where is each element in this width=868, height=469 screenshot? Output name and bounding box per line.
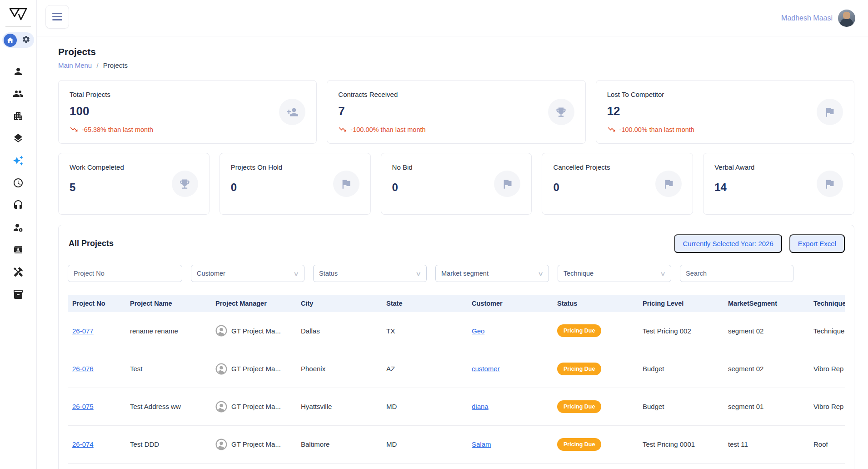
project-manager-cell: GT Project Ma... [215,439,293,450]
table-row: 26-077 rename rename GT Project Ma... Da… [68,312,845,350]
search-filter [680,265,793,282]
pricing-level-cell: Test Pricing 002 [638,312,723,350]
project-no-input[interactable] [74,270,176,277]
project-no-link[interactable]: 26-075 [72,403,94,410]
manage-accounts-icon[interactable] [13,222,24,233]
status-badge: Pricing Due [557,324,601,337]
trophy-icon [172,171,198,197]
table-header-row: Project No Project Name Project Manager … [68,295,845,312]
search-input[interactable] [686,270,788,277]
stat-value: 12 [607,104,843,118]
trophy-icon [548,99,574,125]
id-badge-icon[interactable] [13,244,24,255]
stat-value: 7 [338,104,574,118]
market-segment-filter-label: Market segment [441,270,489,277]
customer-link[interactable]: diana [472,403,489,410]
customer-link[interactable]: customer [472,365,500,373]
technique-cell: Vibro Rep [809,388,845,425]
project-no-link[interactable]: 26-076 [72,365,94,373]
city-cell: Phoenix [296,350,382,388]
technique-cell: Technique [809,312,845,350]
person-add-icon [279,99,305,125]
projects-table-container: Project No Project Name Project Manager … [68,295,845,464]
trend-down-icon [70,125,78,134]
project-name-cell: Test DDD [125,425,211,463]
state-cell: AZ [382,350,467,388]
stat-label: Verbal Award [714,163,843,171]
col-pricing-level: Pricing Level [638,295,723,312]
table-row: 26-076 Test GT Project Ma... Phoenix AZ … [68,350,845,388]
mode-toggle [2,32,34,48]
stat-label: Total Projects [70,91,305,98]
status-badge: Pricing Due [557,438,601,451]
market-segment-cell: test 11 [723,425,809,463]
stat-value: 100 [70,104,305,118]
pricing-level-cell: Test Pricing 0001 [638,425,723,463]
sidebar [0,0,37,469]
timer-icon[interactable] [13,177,24,188]
city-cell: Dallas [296,312,382,350]
flag-icon [817,171,843,197]
market-segment-filter[interactable]: Market segment ∨ [435,265,549,282]
project-name-cell: Test [125,350,211,388]
technique-filter[interactable]: Technique ∨ [558,265,671,282]
page-content: Projects Main Menu / Projects Total Proj… [37,36,868,469]
tools-icon[interactable] [13,267,24,277]
flag-icon [333,171,359,197]
stat-label: No Bid [392,163,521,171]
gear-icon[interactable] [22,35,30,45]
stat-label: Cancelled Projects [553,163,682,171]
export-excel-button[interactable]: Export Excel [789,234,845,253]
sparkles-icon[interactable] [13,155,24,166]
stat-label: Work Compeleted [70,163,198,171]
status-badge: Pricing Due [557,400,601,413]
project-manager-cell: GT Project Ma... [215,325,293,337]
group-icon[interactable] [13,88,24,99]
headset-icon[interactable] [13,200,24,211]
technique-cell: Vibro Rep [809,350,845,388]
divider [5,26,31,27]
stat-change: -100.00% than last month [607,125,843,134]
layers-icon[interactable] [13,133,24,144]
archive-icon[interactable] [13,289,24,300]
avatar[interactable] [838,10,855,27]
breadcrumb-current: Projects [103,61,128,69]
stat-card-no-bid: No Bid 0 [381,153,532,215]
project-no-link[interactable]: 26-074 [72,440,94,448]
breadcrumb: Main Menu / Projects [58,61,854,69]
stat-change: -65.38% than last month [70,125,305,134]
hamburger-menu-icon[interactable] [45,5,69,29]
col-market-segment: MarketSegment [723,295,809,312]
col-status: Status [553,295,638,312]
app-window: Madhesh Maasi Projects Main Menu / Proje… [0,0,868,469]
stats-row-2: Work Compeleted 5 Projects On Hold 0 No … [58,153,854,215]
user-name: Madhesh Maasi [781,14,833,22]
person-icon[interactable] [13,66,24,77]
trend-down-icon [338,125,347,134]
col-city: City [296,295,382,312]
topbar: Madhesh Maasi [37,0,868,36]
user-menu[interactable]: Madhesh Maasi [781,10,855,27]
stat-card-projects-on-hold: Projects On Hold 0 [219,153,371,215]
city-cell: Hyattsville [296,388,382,425]
breadcrumb-main-menu[interactable]: Main Menu [58,61,92,69]
customer-filter[interactable]: Customer ∨ [191,265,304,282]
customer-link[interactable]: Salam [472,440,491,448]
table-row: 26-074 Test DDD GT Project Ma... Baltimo… [68,425,845,463]
status-filter[interactable]: Status ∨ [313,265,427,282]
projects-table: Project No Project Name Project Manager … [68,295,845,464]
home-icon[interactable] [4,34,17,47]
table-row: 26-075 Test Address ww GT Project Ma... … [68,388,845,425]
stat-card-cancelled-projects: Cancelled Projects 0 [542,153,693,215]
building-icon[interactable] [13,111,24,121]
market-segment-cell: segment 02 [723,312,809,350]
col-project-manager: Project Manager [211,295,296,312]
selected-year-button[interactable]: Currently Selected Year: 2026 [674,234,782,253]
stat-label: Contracts Received [338,91,574,98]
stat-card-verbal-award: Verbal Award 14 [703,153,854,215]
project-no-link[interactable]: 26-077 [72,327,94,335]
chevron-down-icon: ∨ [538,270,544,277]
market-segment-cell: segment 01 [723,388,809,425]
all-projects-title: All Projects [69,239,114,248]
customer-link[interactable]: Geo [472,327,484,335]
